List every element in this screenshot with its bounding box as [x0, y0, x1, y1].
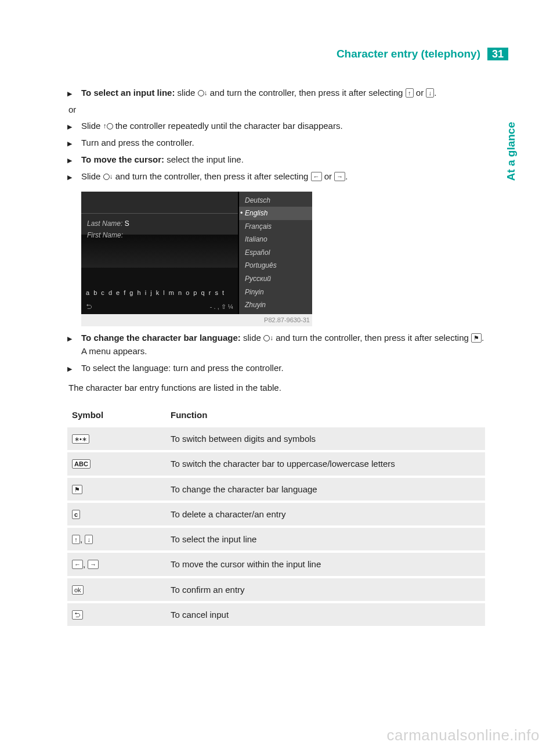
function-cell: To select the input line — [166, 527, 485, 552]
function-cell: To move the cursor within the input line — [166, 552, 485, 577]
table-intro: The character bar entry functions are li… — [68, 381, 485, 394]
arrow-left-key-icon: ← — [311, 172, 322, 181]
table-row: ↑, ↓To select the input line — [67, 527, 485, 552]
step-marker-icon: ▶ — [67, 139, 72, 149]
step-turn-press: ▶ Turn and press the controller. — [67, 136, 485, 149]
screen-back-icon: ⮌ — [86, 302, 92, 312]
language-menu: DeutschEnglishFrançaisItalianoEspañolPor… — [238, 192, 312, 314]
content-body: ▶ To select an input line: slide ↓ and t… — [67, 86, 485, 626]
language-option: Italiano — [239, 233, 312, 246]
table-row: ←, →To move the cursor within the input … — [67, 552, 485, 577]
arrow-right-key-icon: → — [334, 172, 345, 181]
comand-screenshot: Last Name: S First Name: a b c d e f g h… — [81, 192, 312, 326]
symbol-cell: ok — [67, 577, 166, 602]
function-cell: To change the character bar language — [166, 477, 485, 502]
page-header: Character entry (telephony) 31 — [337, 48, 508, 60]
arrow-up-key-icon: ↑ — [406, 88, 414, 98]
table-row: ABCTo switch the character bar to upperc… — [67, 451, 485, 476]
header-title: Character entry (telephony) — [337, 48, 487, 60]
function-cell: To switch between digits and symbols — [166, 427, 485, 451]
controller-circle-icon — [107, 123, 113, 129]
symbol-cell: ⚑ — [67, 477, 166, 502]
symbol-cell: ←, → — [67, 552, 166, 577]
step-slide-repeat: ▶ Slide ↑ the controller repeatedly unti… — [67, 119, 485, 132]
language-option: English — [239, 207, 312, 220]
table-row: ∗•∗To switch between digits and symbols — [67, 427, 485, 451]
watermark: carmanualsonline.info — [387, 726, 540, 744]
step-move-cursor: ▶ To move the cursor: select the input l… — [67, 153, 485, 166]
symbol-cell: c — [67, 502, 166, 527]
step-bold: To change the character bar language: — [81, 333, 241, 343]
table-row: cTo delete a character/an entry — [67, 502, 485, 527]
slide-up-icon: ↑ — [103, 122, 107, 130]
step-slide-cursor: ▶ Slide ↓ and turn the controller, then … — [67, 170, 485, 183]
function-cell: To cancel input — [166, 602, 485, 626]
step-marker-icon: ▶ — [67, 364, 72, 374]
language-option: Español — [239, 246, 312, 260]
page-number: 31 — [487, 48, 508, 60]
symbol-cell: ⮌ — [67, 602, 166, 626]
step-marker-icon: ▶ — [67, 89, 72, 99]
table-row: okTo confirm an entry — [67, 577, 485, 602]
step-change-language: ▶ To change the character bar language: … — [67, 331, 485, 358]
symbol-cell: ↑, ↓ — [67, 527, 166, 552]
language-option: Français — [239, 220, 312, 233]
screen-symbols-row: - . , ⇧ ¼ — [210, 302, 233, 312]
symbol-cell: ∗•∗ — [67, 427, 166, 451]
arrow-down-key-icon: ↓ — [426, 88, 434, 98]
function-cell: To delete a character/an entry — [166, 502, 485, 527]
language-option: Pinyin — [239, 286, 312, 299]
controller-circle-icon — [198, 90, 204, 96]
step-bold: To select an input line: — [81, 88, 175, 98]
step-marker-icon: ▶ — [67, 334, 72, 344]
step-marker-icon: ▶ — [67, 156, 72, 165]
language-option: Deutsch — [239, 194, 312, 207]
symbol-function-table: Symbol Function ∗•∗To switch between dig… — [67, 402, 485, 626]
function-cell: To switch the character bar to uppercase… — [166, 451, 485, 476]
step-bold: To move the cursor: — [81, 154, 164, 164]
step-sub: A menu appears. — [81, 344, 485, 358]
controller-circle-icon — [103, 174, 110, 180]
step-marker-icon: ▶ — [67, 122, 72, 132]
step-select-input-line: ▶ To select an input line: slide ↓ and t… — [67, 86, 485, 99]
table-header-symbol: Symbol — [67, 402, 166, 427]
step-marker-icon: ▶ — [67, 172, 72, 182]
table-header-function: Function — [166, 402, 485, 427]
flag-key-icon: ⚑ — [471, 333, 482, 343]
table-row: ⚑To change the character bar language — [67, 477, 485, 502]
table-row: ⮌To cancel input — [67, 602, 485, 626]
first-name-field: First Name: — [87, 230, 232, 241]
screenshot-caption: P82.87-9630-31 — [81, 314, 312, 326]
language-option: Русский — [239, 272, 312, 286]
language-option: Português — [239, 259, 312, 272]
or-separator: or — [68, 103, 485, 116]
controller-circle-icon — [263, 335, 270, 341]
side-tab: At a glance — [505, 122, 518, 181]
last-name-field: Last Name: S — [87, 218, 232, 229]
character-bar: a b c d e f g h i j k l m n o p q r s t — [81, 288, 238, 298]
step-select-language: ▶ To select the language: turn and press… — [67, 361, 485, 375]
symbol-cell: ABC — [67, 451, 166, 476]
function-cell: To confirm an entry — [166, 577, 485, 602]
language-option: Zhuyin — [239, 298, 312, 312]
